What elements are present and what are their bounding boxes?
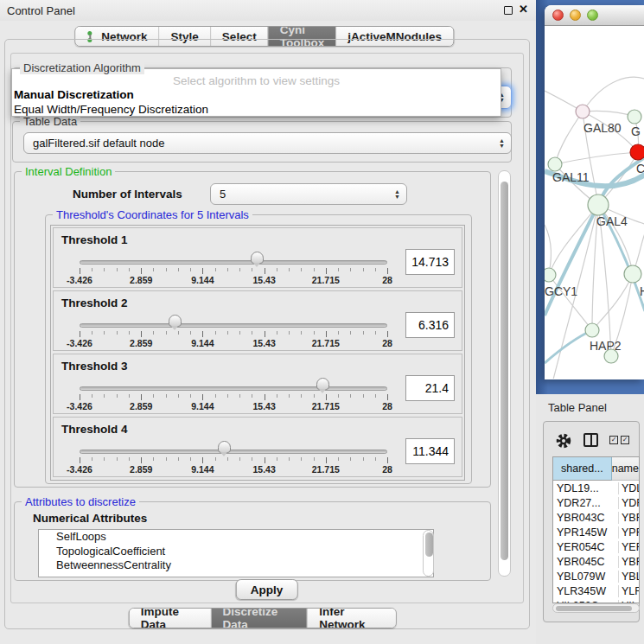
attribute-list-item[interactable]: TopologicalCoefficient [39,545,433,559]
node-attribute-table[interactable]: shared... name YDL19...YDL1YDR27...YDR2Y… [552,456,640,603]
tab-discretize-data[interactable]: Discretize Data [211,609,308,628]
slider-ticks [80,268,387,275]
column-header-name[interactable]: name [612,457,639,481]
table-row[interactable]: YDL19...YDL1 [553,481,639,495]
algorithm-popup-item[interactable]: Manual Discretization [14,87,499,102]
split-columns-icon[interactable] [583,433,598,447]
network-edge[interactable] [549,275,592,330]
network-node-c[interactable] [630,144,644,160]
network-node-label: GAL80 [583,121,622,135]
table-row[interactable]: YDR27...YDR2 [553,495,639,510]
attribute-list-item[interactable]: SelfLoops [39,530,433,545]
table-row[interactable]: YPR145WYPR1 [553,525,639,539]
network-view-window[interactable]: GAL80GCGAL11GAL4GCY1HHAP2 [545,5,644,379]
attribute-list-item[interactable]: BetweennessCentrality [39,558,433,573]
network-edge[interactable] [549,205,598,275]
threshold-slider-track[interactable] [80,386,387,391]
threshold-slider-handle[interactable] [218,441,231,453]
num-intervals-combobox[interactable]: 5 [210,183,407,205]
threshold-block-3: Threshold 3-3.4262.8599.14415.4321.71528 [53,354,462,414]
network-edge-thick[interactable] [545,330,592,363]
network-node-g[interactable] [628,110,641,124]
threshold-block-4: Threshold 4-3.4262.8599.14415.4321.71528 [53,417,462,477]
column-header-shared-name[interactable]: shared... [553,457,612,481]
control-panel-window: Control Panel NetworkStyleSelectCyni Too… [0,0,536,644]
table-panel-dock: Table Panel shared... name YDL19...YDL1Y… [536,394,644,644]
threshold-slider-track[interactable] [80,260,387,265]
threshold-value-field[interactable] [405,312,455,338]
tab-label: Discretize Data [222,608,296,628]
attributes-group-title: Attributes to discretize [22,495,139,508]
combo-arrows-icon [499,138,505,149]
slider-tick-labels: -3.4262.8599.14415.4321.71528 [80,275,387,285]
threshold-block-2: Threshold 2-3.4262.8599.14415.4321.71528 [53,290,462,351]
panel-scrollbar-thumb[interactable] [501,182,508,560]
apply-button[interactable]: Apply [236,579,298,600]
table-row[interactable]: YBR045CYBR0 [553,554,639,569]
checkbox-icon[interactable] [609,436,618,444]
checkbox-icon[interactable] [621,436,629,444]
numerical-attributes-label: Numerical Attributes [33,512,147,525]
minimize-traffic-light-icon[interactable] [570,10,581,21]
cell-name: YBL0 [619,571,639,583]
control-panel-title: Control Panel [7,4,75,17]
table-row[interactable]: YBR043CYBR0 [553,510,639,525]
table-horizontal-scrollbar[interactable] [552,603,640,613]
cell-name: YER0 [619,541,639,553]
network-edge[interactable] [555,152,638,164]
zoom-traffic-light-icon[interactable] [587,10,598,21]
cell-shared-name: YPR145W [553,526,619,539]
tab-infer-network[interactable]: Infer Network [308,609,396,628]
gear-icon[interactable] [555,432,572,450]
network-edge[interactable] [583,77,644,112]
network-node-label: H [640,284,644,298]
network-node-gal4[interactable] [588,194,609,215]
close-icon[interactable] [519,3,528,16]
network-node-gal11[interactable] [548,157,562,171]
thresholds-group-title: Threshold's Coordinates for 5 Intervals [53,208,252,221]
close-traffic-light-icon[interactable] [552,10,564,21]
network-node-label: GCY1 [545,284,577,298]
cell-name: YDR2 [619,497,639,509]
column-checkboxes-icon[interactable] [609,436,629,444]
table-row[interactable]: YER054CYER0 [553,539,639,554]
attributes-scrollbar-thumb[interactable] [425,532,433,557]
tab-impute-data[interactable]: Impute Data [130,609,212,628]
interval-definition-title: Interval Definition [22,165,115,178]
table-row[interactable]: YLR345WYLR3 [553,583,639,598]
network-node-hap2[interactable] [585,323,599,337]
threshold-slider-track[interactable] [80,323,387,328]
network-edge[interactable] [545,225,551,275]
network-edge[interactable] [555,112,583,164]
table-hscrollbar-thumb[interactable] [556,606,632,612]
attributes-list-scrollbar[interactable] [423,530,434,577]
network-node-h[interactable] [624,265,641,283]
threshold-value-field[interactable] [405,438,455,464]
slider-ticks [80,394,387,401]
slider-tick-labels: -3.4262.8599.14415.4321.71528 [80,338,387,348]
network-node-gcy1[interactable] [545,268,556,282]
panel-scrollbar[interactable] [498,170,511,577]
cell-name: YDL1 [619,482,639,494]
network-node-gal80[interactable] [576,105,590,118]
threshold-slider-track[interactable] [80,450,387,454]
threshold-slider-handle[interactable] [316,378,329,390]
cell-shared-name: YBL079W [553,571,619,583]
slider-ticks [80,331,387,338]
float-window-icon[interactable] [504,6,513,15]
threshold-label: Threshold 4 [61,423,128,436]
network-node[interactable] [604,349,618,363]
threshold-slider-handle[interactable] [169,315,182,327]
network-canvas[interactable]: GAL80GCGAL11GAL4GCY1HHAP2 [545,26,644,379]
table-row[interactable]: YBL079WYBL0 [553,569,639,583]
apply-button-label: Apply [251,583,284,596]
table-data-combobox[interactable]: galFiltered.sif default node [23,132,512,154]
algorithm-popup-item[interactable]: Equal Width/Frequency Discretization [14,102,499,117]
numerical-attributes-list[interactable]: SelfLoopsTopologicalCoefficientBetweenne… [38,529,434,577]
threshold-value-field[interactable] [405,375,455,401]
network-edge[interactable] [592,274,633,330]
network-window-titlebar[interactable] [545,5,644,26]
network-edge-thick[interactable] [545,205,598,316]
threshold-slider-handle[interactable] [251,252,264,264]
threshold-value-field[interactable] [405,249,455,275]
